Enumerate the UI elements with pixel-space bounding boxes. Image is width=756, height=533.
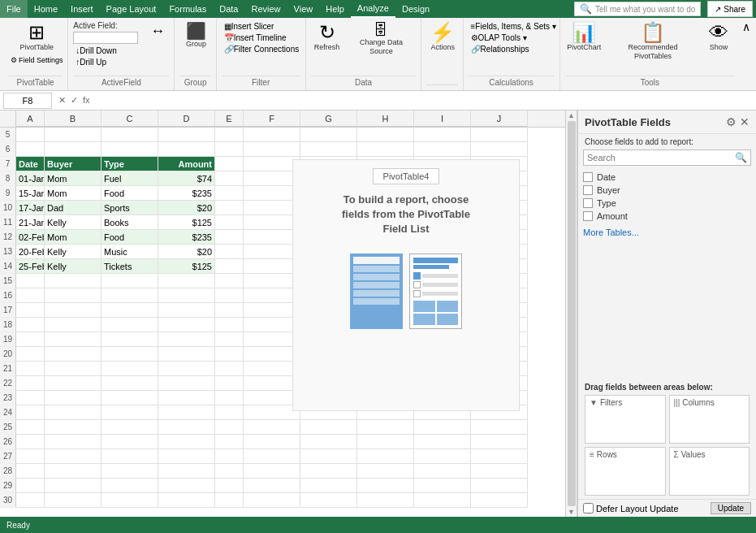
- cell-c12[interactable]: Food: [102, 230, 158, 245]
- cell-b14[interactable]: Kelly: [45, 259, 102, 274]
- rows-area[interactable]: ≡ Rows: [585, 447, 666, 496]
- fields-search-input[interactable]: [584, 151, 732, 164]
- row-16[interactable]: 16: [0, 288, 16, 303]
- row-5[interactable]: 5: [0, 128, 16, 142]
- cancel-formula-icon[interactable]: ✕: [58, 95, 66, 106]
- col-header-b[interactable]: B: [45, 110, 102, 127]
- row-29[interactable]: 29: [0, 479, 16, 493]
- col-header-h[interactable]: H: [357, 110, 414, 127]
- fields-search-box[interactable]: 🔍: [583, 150, 751, 166]
- cell-b6[interactable]: [45, 142, 102, 157]
- fields-settings-icon[interactable]: ⚙: [726, 115, 737, 128]
- cell-c5[interactable]: [102, 128, 158, 142]
- type-checkbox[interactable]: [583, 198, 593, 208]
- filters-area[interactable]: ▼ Filters: [585, 395, 666, 444]
- cell-j5[interactable]: [471, 128, 528, 142]
- collapse-ribbon-button[interactable]: ∧: [740, 20, 753, 34]
- update-button[interactable]: Update: [711, 502, 751, 514]
- show-button[interactable]: 👁 Show: [702, 21, 735, 54]
- olap-tools-button[interactable]: ⚙ OLAP Tools ▾: [469, 32, 559, 43]
- cell-a5[interactable]: [16, 128, 45, 142]
- row-18[interactable]: 18: [0, 318, 16, 332]
- cell-d12[interactable]: $235: [158, 230, 215, 245]
- cell-b8[interactable]: Mom: [45, 171, 102, 186]
- col-header-g[interactable]: G: [300, 110, 357, 127]
- cell-a6[interactable]: [16, 142, 45, 157]
- cell-d11[interactable]: $125: [158, 215, 215, 230]
- cell-j6[interactable]: [471, 142, 528, 157]
- cell-c9[interactable]: Food: [102, 186, 158, 201]
- row-25[interactable]: 25: [0, 420, 16, 435]
- cell-f6[interactable]: [244, 142, 300, 157]
- menu-view[interactable]: View: [287, 0, 320, 18]
- cell-f5[interactable]: [244, 128, 300, 142]
- date-checkbox[interactable]: [583, 172, 593, 182]
- columns-area[interactable]: ||| Columns: [669, 395, 750, 444]
- cell-a10[interactable]: 17-Jan: [16, 201, 45, 215]
- drill-up-button[interactable]: ↑ Drill Up: [73, 57, 138, 67]
- cell-buyer-header[interactable]: Buyer: [45, 157, 102, 171]
- cell-e13[interactable]: [215, 245, 244, 259]
- recommended-pivottables-button[interactable]: 📋 Recommended PivotTables: [608, 21, 698, 63]
- row-21[interactable]: 21: [0, 362, 16, 376]
- col-header-j[interactable]: J: [471, 110, 528, 127]
- cell-type-header[interactable]: Type: [102, 157, 158, 171]
- cell-c11[interactable]: Books: [102, 215, 158, 230]
- pivotchart-button[interactable]: 📊 PivotChart: [565, 21, 603, 54]
- row-15[interactable]: 15: [0, 274, 16, 288]
- cell-amount-header[interactable]: Amount: [158, 157, 215, 171]
- insert-slicer-button[interactable]: ▦ Insert Slicer: [222, 21, 302, 32]
- row-22[interactable]: 22: [0, 376, 16, 391]
- menu-review[interactable]: Review: [244, 0, 287, 18]
- formula-input[interactable]: [93, 94, 756, 107]
- buyer-checkbox[interactable]: [583, 185, 593, 195]
- menu-home[interactable]: Home: [28, 0, 64, 18]
- change-data-source-button[interactable]: 🗄 Change Data Source: [347, 21, 417, 58]
- row-10[interactable]: 10: [0, 201, 16, 215]
- row-27[interactable]: 27: [0, 449, 16, 464]
- cell-d9[interactable]: $235: [158, 186, 215, 201]
- insert-timeline-button[interactable]: 📅 Insert Timeline: [222, 32, 302, 43]
- defer-checkbox[interactable]: [583, 503, 594, 514]
- cell-e7[interactable]: [215, 157, 244, 171]
- cell-a12[interactable]: 02-Feb: [16, 230, 45, 245]
- confirm-formula-icon[interactable]: ✓: [71, 95, 78, 106]
- cell-d6[interactable]: [158, 142, 215, 157]
- cell-e9[interactable]: [215, 186, 244, 201]
- row-20[interactable]: 20: [0, 347, 16, 362]
- pivottable-button[interactable]: ⊞ PivotTable: [17, 21, 58, 54]
- menu-help[interactable]: Help: [319, 0, 351, 18]
- row-11[interactable]: 11: [0, 215, 16, 230]
- row-26[interactable]: 26: [0, 435, 16, 449]
- cell-h5[interactable]: [357, 128, 414, 142]
- row-23[interactable]: 23: [0, 391, 16, 405]
- col-header-e[interactable]: E: [215, 110, 244, 127]
- menu-formulas[interactable]: Formulas: [162, 0, 213, 18]
- cell-e8[interactable]: [215, 171, 244, 186]
- cell-c8[interactable]: Fuel: [102, 171, 158, 186]
- menu-analyze[interactable]: Analyze: [351, 0, 395, 18]
- cell-b5[interactable]: [45, 128, 102, 142]
- menu-insert[interactable]: Insert: [64, 0, 100, 18]
- cell-e10[interactable]: [215, 201, 244, 215]
- cell-g5[interactable]: [300, 128, 357, 142]
- cell-c10[interactable]: Sports: [102, 201, 158, 215]
- col-header-a[interactable]: A: [16, 110, 45, 127]
- cell-d14[interactable]: $125: [158, 259, 215, 274]
- menu-file[interactable]: File: [0, 0, 28, 18]
- values-area[interactable]: Σ Values: [669, 447, 750, 496]
- cell-e12[interactable]: [215, 230, 244, 245]
- col-header-i[interactable]: I: [414, 110, 471, 127]
- menu-data[interactable]: Data: [213, 0, 244, 18]
- active-field-input[interactable]: [73, 32, 138, 44]
- row-7[interactable]: 7: [0, 157, 16, 171]
- row-19[interactable]: 19: [0, 332, 16, 347]
- row-17[interactable]: 17: [0, 303, 16, 318]
- fields-close-icon[interactable]: ✕: [740, 115, 750, 128]
- filter-connections-button[interactable]: 🔗 Filter Connections: [222, 44, 302, 54]
- menu-design[interactable]: Design: [395, 0, 436, 18]
- amount-checkbox[interactable]: [583, 211, 593, 221]
- cell-d13[interactable]: $20: [158, 245, 215, 259]
- row-8[interactable]: 8: [0, 171, 16, 186]
- row-13[interactable]: 13: [0, 245, 16, 259]
